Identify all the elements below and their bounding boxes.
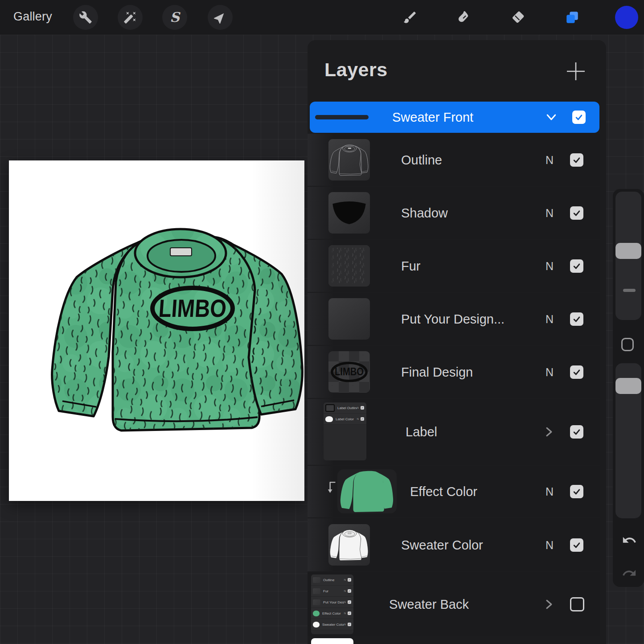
add-layer-button[interactable]: [565, 61, 587, 82]
mini-visibility-checkbox: ✓: [348, 600, 351, 604]
chevron-right-icon[interactable]: [541, 424, 557, 440]
mini-visibility-checkbox: ✓: [361, 406, 364, 410]
layer-row-fur[interactable]: FurN: [308, 240, 600, 292]
layer-row-label[interactable]: Label OutlineN✓Label ColorN✓Label: [308, 399, 600, 465]
layer-thumbnail[interactable]: LIMBO: [328, 351, 370, 393]
blend-mode-badge[interactable]: N: [543, 365, 556, 378]
layer-name: Label: [406, 425, 437, 439]
mini-layer-thumbnail: [313, 599, 320, 605]
group-stack-indicator: [315, 115, 369, 119]
layer-thumbnail[interactable]: [328, 524, 370, 566]
layer-name: Outline: [401, 152, 442, 167]
layer-row-effect-color[interactable]: Effect ColorN: [308, 466, 600, 517]
visibility-checkbox[interactable]: [570, 485, 583, 498]
blend-mode-badge[interactable]: N: [543, 206, 556, 219]
mini-blend-mode: N: [344, 612, 346, 615]
mini-layer-thumbnail: [313, 577, 320, 583]
mini-visibility-checkbox: ✓: [348, 578, 351, 582]
layer-thumbnail[interactable]: OutlineN✓FurN✓Put Your Design HereN✓Effe…: [311, 574, 353, 634]
layer-name: Put Your Design...: [401, 312, 505, 326]
layer-thumbnail[interactable]: Label OutlineN✓Label ColorN✓: [324, 402, 366, 460]
opacity-handle[interactable]: [615, 378, 641, 394]
blend-mode-badge[interactable]: N: [543, 485, 556, 498]
procreate-app: Gallery S: [0, 0, 644, 644]
mini-layer-row: Put Your Design HereN✓: [311, 597, 353, 608]
modify-button[interactable]: [621, 338, 634, 351]
chevron-right-icon[interactable]: [541, 596, 557, 612]
blend-mode-badge[interactable]: N: [543, 259, 556, 272]
visibility-checkbox[interactable]: [570, 538, 583, 552]
selection-s-icon: S: [170, 9, 180, 25]
eraser-tool-button[interactable]: [507, 7, 529, 28]
blend-mode-badge[interactable]: N: [543, 312, 556, 325]
mini-blend-mode: N: [344, 590, 346, 592]
visibility-checkbox[interactable]: [570, 425, 583, 439]
visibility-checkbox[interactable]: [570, 365, 583, 379]
mini-layer-thumbnail: [325, 416, 333, 422]
selection-button[interactable]: S: [162, 5, 187, 30]
layer-row-final-design[interactable]: LIMBOFinal DesignN: [308, 346, 600, 398]
layer-thumbnail[interactable]: [337, 469, 397, 513]
adjustments-button[interactable]: [118, 5, 143, 30]
undo-button[interactable]: [620, 531, 638, 549]
gallery-button[interactable]: Gallery: [13, 10, 52, 24]
transform-button[interactable]: [208, 5, 233, 30]
mini-layer-thumbnail: [313, 622, 320, 628]
visibility-checkbox[interactable]: [570, 312, 583, 326]
mini-visibility-checkbox: ✓: [348, 589, 351, 593]
mini-layer-row: Label OutlineN✓: [324, 402, 366, 414]
layer-row-sweater-color[interactable]: Sweater ColorN: [308, 518, 600, 571]
canvas[interactable]: LIMBO: [9, 160, 304, 501]
mini-blend-mode: N: [344, 601, 346, 603]
layers-panel-title: Layers: [324, 59, 388, 81]
eraser-icon: [510, 10, 525, 25]
visibility-checkbox[interactable]: [572, 111, 586, 124]
sweater-artwork: LIMBO: [9, 160, 304, 501]
mini-blend-mode: N: [357, 406, 359, 409]
mini-layer-thumbnail: [313, 611, 320, 616]
layers-panel-button[interactable]: [562, 7, 583, 28]
mini-blend-mode: N: [344, 578, 346, 581]
brush-tool-button[interactable]: [399, 7, 421, 28]
layer-row-sweater-front[interactable]: Sweater Front: [310, 102, 599, 133]
blend-mode-badge[interactable]: N: [543, 153, 556, 166]
right-sidebar: [613, 189, 644, 587]
top-toolbar: Gallery S: [0, 0, 644, 35]
layer-name: Shadow: [401, 205, 448, 220]
transform-arrow-icon: [211, 8, 230, 27]
slider-tick: [623, 289, 636, 292]
layer-row-shadow[interactable]: ShadowN: [308, 187, 600, 239]
color-swatch-button[interactable]: [615, 6, 638, 29]
chevron-down-icon[interactable]: [543, 109, 559, 125]
layer-thumbnail[interactable]: [311, 638, 353, 644]
smudge-tool-button[interactable]: [453, 7, 474, 28]
layer-thumbnail[interactable]: [328, 245, 370, 287]
brush-icon: [402, 10, 418, 25]
actions-button[interactable]: [73, 5, 98, 30]
mini-layer-name: Effect Color: [322, 611, 344, 615]
blend-mode-badge[interactable]: N: [543, 538, 556, 551]
layer-row-sweater-back[interactable]: OutlineN✓FurN✓Put Your Design HereN✓Effe…: [308, 572, 600, 636]
redo-button[interactable]: [620, 564, 638, 582]
brush-size-handle[interactable]: [615, 243, 641, 259]
visibility-checkbox[interactable]: [570, 597, 584, 611]
visibility-checkbox[interactable]: [570, 153, 583, 167]
mini-layer-row: Effect ColorN✓: [311, 608, 353, 619]
visibility-checkbox[interactable]: [570, 206, 583, 220]
layer-thumbnail[interactable]: [328, 298, 370, 340]
mini-layer-row: Sweater ColorN✓: [311, 619, 353, 630]
plus-icon: [565, 61, 587, 82]
layer-row-outline[interactable]: OutlineN: [308, 134, 600, 186]
mini-blend-mode: N: [357, 418, 359, 420]
redo-icon: [622, 566, 637, 581]
layer-row-row[interactable]: [308, 637, 600, 644]
layer-row-put-your-design[interactable]: Put Your Design...N: [308, 293, 600, 345]
layer-name: Final Design: [401, 365, 473, 379]
layer-thumbnail[interactable]: [328, 192, 370, 234]
svg-text:LIMBO: LIMBO: [158, 294, 227, 322]
mini-visibility-checkbox: ✓: [361, 417, 364, 421]
layer-thumbnail[interactable]: [328, 139, 370, 180]
mini-layer-name: Label Outline: [337, 406, 357, 410]
visibility-checkbox[interactable]: [570, 259, 583, 273]
mini-layer-name: Fur: [323, 589, 344, 593]
